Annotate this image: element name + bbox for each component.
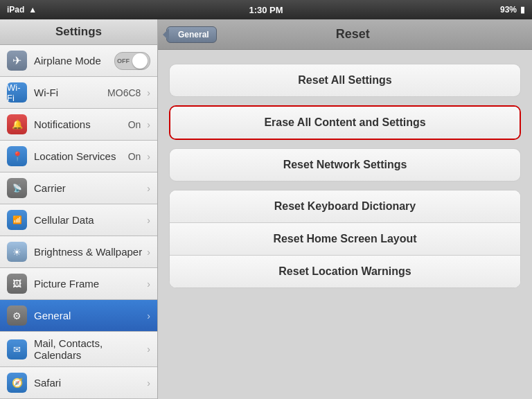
sidebar-item-safari[interactable]: 🧭 Safari › (0, 367, 157, 399)
safari-icon: 🧭 (7, 373, 27, 393)
chevron-icon: › (147, 310, 150, 321)
general-icon: ⚙ (7, 305, 27, 326)
toggle-knob (132, 53, 148, 69)
brightness-label: Brightness & Wallpaper (34, 246, 144, 258)
sidebar-item-picture-frame[interactable]: 🖼 Picture Frame › (0, 268, 157, 300)
battery-icon: ▮ (520, 5, 525, 15)
cellular-label: Cellular Data (34, 214, 144, 226)
reset-misc-group: Reset Keyboard Dictionary Reset Home Scr… (169, 190, 521, 288)
carrier-label: Carrier (34, 182, 144, 194)
sidebar: Settings ✈ Airplane Mode OFF Wi-Fi Wi-Fi… (0, 19, 158, 399)
airplane-toggle[interactable]: OFF (114, 52, 150, 70)
picture-label: Picture Frame (34, 278, 144, 290)
reset-network-button[interactable]: Reset Network Settings (170, 149, 520, 181)
chevron-icon: › (147, 378, 150, 389)
wifi-icon: Wi-Fi (7, 82, 27, 103)
chevron-icon: › (147, 183, 150, 194)
chevron-icon: › (147, 87, 150, 98)
reset-network-group: Reset Network Settings (169, 148, 521, 181)
sidebar-item-wifi[interactable]: Wi-Fi Wi-Fi MO6C8 › (0, 77, 157, 109)
sidebar-item-location-services[interactable]: 📍 Location Services On › (0, 141, 157, 172)
status-right: 93% ▮ (500, 5, 525, 15)
content-body: Reset All Settings Erase All Content and… (158, 50, 532, 399)
wifi-value: MO6C8 (107, 87, 141, 98)
notifications-value: On (128, 119, 141, 130)
airplane-icon: ✈ (7, 51, 27, 71)
reset-home-screen-button[interactable]: Reset Home Screen Layout (170, 223, 520, 256)
location-label: Location Services (34, 150, 128, 162)
reset-all-settings-group: Reset All Settings (169, 64, 521, 97)
sidebar-item-notifications[interactable]: 🔔 Notifications On › (0, 109, 157, 141)
sidebar-item-carrier[interactable]: 📡 Carrier › (0, 172, 157, 204)
status-left: iPad ▲ (7, 5, 37, 15)
content-area: General Reset Reset All Settings Erase A… (158, 19, 532, 399)
carrier-label: iPad (7, 5, 24, 15)
status-bar: iPad ▲ 1:30 PM 93% ▮ (0, 0, 532, 19)
status-time: 1:30 PM (249, 5, 283, 15)
chevron-icon: › (147, 119, 150, 130)
battery-label: 93% (500, 5, 517, 15)
carrier-icon: 📡 (7, 178, 27, 198)
erase-all-button[interactable]: Erase All Content and Settings (170, 107, 520, 139)
content-header: General Reset (158, 19, 532, 50)
mail-icon: ✉ (7, 339, 27, 360)
airplane-mode-label: Airplane Mode (34, 55, 114, 66)
wifi-label: Wi-Fi (34, 87, 107, 98)
safari-label: Safari (34, 377, 144, 389)
sidebar-item-airplane-mode[interactable]: ✈ Airplane Mode OFF (0, 45, 157, 77)
content-title: Reset (224, 27, 482, 42)
general-label: General (34, 310, 144, 321)
sidebar-item-general[interactable]: ⚙ General › (0, 300, 157, 332)
picture-icon: 🖼 (7, 274, 27, 294)
chevron-icon: › (147, 278, 150, 290)
erase-all-group: Erase All Content and Settings (169, 105, 521, 140)
notifications-icon: 🔔 (7, 114, 27, 134)
reset-location-button[interactable]: Reset Location Warnings (170, 256, 520, 287)
reset-keyboard-button[interactable]: Reset Keyboard Dictionary (170, 190, 520, 223)
notifications-label: Notifications (34, 118, 128, 130)
chevron-icon: › (147, 344, 150, 355)
sidebar-item-mail[interactable]: ✉ Mail, Contacts, Calendars › (0, 332, 157, 367)
location-icon: 📍 (7, 146, 27, 166)
cellular-icon: 📶 (7, 210, 27, 230)
location-value: On (128, 151, 141, 162)
main-layout: Settings ✈ Airplane Mode OFF Wi-Fi Wi-Fi… (0, 19, 532, 399)
chevron-icon: › (147, 215, 150, 226)
wifi-icon: ▲ (28, 5, 37, 15)
sidebar-item-cellular-data[interactable]: 📶 Cellular Data › (0, 204, 157, 236)
chevron-icon: › (147, 247, 150, 258)
chevron-icon: › (147, 151, 150, 162)
sidebar-item-brightness-wallpaper[interactable]: ☀ Brightness & Wallpaper › (0, 236, 157, 268)
brightness-icon: ☀ (7, 242, 27, 262)
reset-all-settings-button[interactable]: Reset All Settings (170, 64, 520, 96)
sidebar-title: Settings (0, 19, 157, 45)
back-button[interactable]: General (166, 26, 217, 43)
mail-label: Mail, Contacts, Calendars (34, 337, 144, 361)
